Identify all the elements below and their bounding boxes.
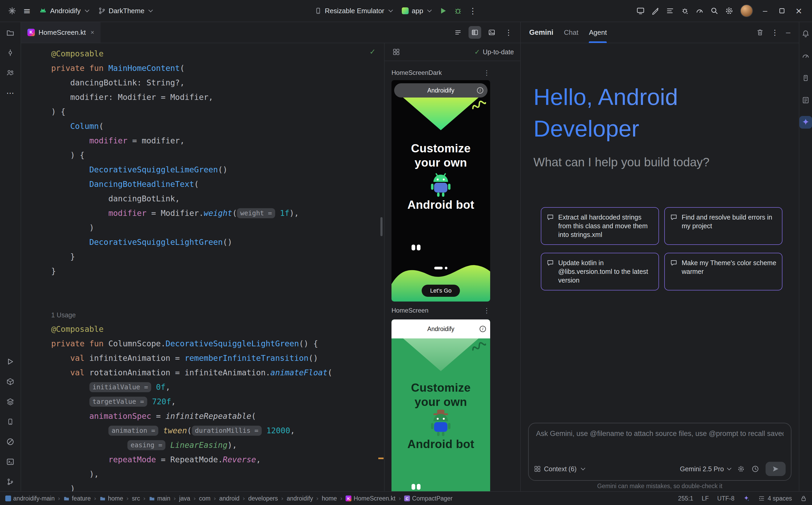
breadcrumb-item[interactable]: src xyxy=(132,495,140,502)
code-line[interactable]: modifier = modifier, xyxy=(51,133,384,148)
notifications-icon[interactable] xyxy=(800,28,811,39)
send-button[interactable] xyxy=(766,462,786,476)
gemini-prompt-input[interactable]: Ask Gemini, use @filename to attach sour… xyxy=(536,430,784,438)
code-line[interactable]: val infiniteAnimation = rememberInfinite… xyxy=(51,351,384,365)
breadcrumb-item[interactable]: developers xyxy=(248,495,278,502)
split-view-toggle[interactable] xyxy=(469,26,481,39)
window-minimize-button[interactable]: – xyxy=(757,3,773,19)
code-line[interactable]: dancingBotLink: String?, xyxy=(51,75,384,90)
tab-homescreen-kt[interactable]: K HomeScreen.kt × xyxy=(21,22,101,43)
debug-button[interactable] xyxy=(451,4,465,18)
caret-position[interactable]: 255:1 xyxy=(678,495,693,502)
resource-manager-icon[interactable] xyxy=(800,95,811,106)
code-line[interactable]: DecorativeSquiggleLimeGreen() xyxy=(51,162,384,177)
breadcrumb-item[interactable]: KHomeScreen.kt xyxy=(346,495,395,502)
breadcrumb-item[interactable]: androidify xyxy=(287,495,313,502)
code-line[interactable]: ) { xyxy=(51,148,384,162)
suggestion-card[interactable]: Update kotlin in @libs.version.toml to t… xyxy=(541,253,659,291)
gemini-tool-selected[interactable] xyxy=(799,116,812,129)
prompt-settings-icon[interactable] xyxy=(737,465,745,473)
releases-icon[interactable] xyxy=(5,396,16,407)
suggestion-card[interactable]: Extract all hardcoded strings from this … xyxy=(541,207,659,245)
code-line[interactable]: modifier: Modifier = Modifier, xyxy=(51,90,384,105)
terminal-icon[interactable] xyxy=(5,457,16,467)
breadcrumb-item[interactable]: home xyxy=(100,495,123,502)
code-line[interactable]: ) xyxy=(51,481,384,491)
preview-kebab-icon[interactable]: ⋮ xyxy=(483,307,490,314)
code-line[interactable]: ), xyxy=(51,467,384,481)
version-control-icon[interactable] xyxy=(5,477,16,487)
project-folder-icon[interactable] xyxy=(5,27,16,38)
lets-go-button[interactable]: Let's Go xyxy=(422,285,460,297)
code-assist-icon[interactable] xyxy=(649,4,662,18)
code-line[interactable]: 1 Usage xyxy=(51,307,384,322)
code-line[interactable]: DancingBotHeadlineText( xyxy=(51,177,384,191)
code-line[interactable]: easing = LinearEasing), xyxy=(51,438,384,452)
code-line[interactable]: targetValue = 720f, xyxy=(51,394,384,409)
code-line[interactable]: ) xyxy=(51,220,384,235)
code-view-toggle[interactable] xyxy=(452,26,464,39)
more-actions-button[interactable]: ⋮ xyxy=(466,4,480,18)
gemini-kebab-icon[interactable]: ⋮ xyxy=(771,28,779,37)
code-line[interactable]: private fun ColumnScope.DecorativeSquigg… xyxy=(51,336,384,351)
device-selector[interactable]: Resizable Emulator xyxy=(311,4,396,18)
window-close-button[interactable]: × xyxy=(791,3,807,19)
profiler-icon[interactable] xyxy=(693,4,706,18)
trash-icon[interactable] xyxy=(756,28,764,36)
ai-status-icon[interactable] xyxy=(743,495,750,502)
code-line[interactable]: @Composable xyxy=(51,322,384,336)
device-explorer-icon[interactable] xyxy=(800,73,811,83)
code-line[interactable] xyxy=(51,278,384,293)
code-line[interactable]: ) { xyxy=(51,105,384,119)
breadcrumb-item[interactable]: feature xyxy=(63,495,91,502)
run-config-selector[interactable]: app xyxy=(397,4,435,18)
breadcrumb-item[interactable]: com xyxy=(199,495,210,502)
history-icon[interactable] xyxy=(751,465,759,473)
preview-homescreendark[interactable]: Androidify i Customize your own xyxy=(391,80,490,302)
code-line[interactable]: } xyxy=(51,249,384,264)
preview-homescreen[interactable]: Androidify i Customize your own xyxy=(391,319,490,491)
code-line[interactable]: animation = tween(durationMillis = 12000… xyxy=(51,423,384,438)
more-tool-windows-icon[interactable]: ⋯ xyxy=(5,88,16,98)
breadcrumb-item[interactable]: androidify-main xyxy=(5,495,54,502)
main-menu-button[interactable]: ≡ xyxy=(20,4,34,18)
user-avatar[interactable] xyxy=(740,4,753,17)
breadcrumb-item[interactable]: java xyxy=(179,495,190,502)
tab-close-icon[interactable]: × xyxy=(91,29,94,36)
suggestion-card[interactable]: Make my Theme's color scheme warmer xyxy=(664,253,783,291)
code-line[interactable]: private fun MainHomeContent( xyxy=(51,61,384,75)
code-line[interactable]: initialValue = 0f, xyxy=(51,380,384,394)
code-line[interactable] xyxy=(51,293,384,307)
model-selector[interactable]: Gemini 2.5 Pro xyxy=(680,465,731,473)
design-view-toggle[interactable] xyxy=(485,26,498,39)
code-line[interactable]: modifier = Modifier.weight(weight = 1f), xyxy=(51,206,384,220)
code-line[interactable]: Column( xyxy=(51,119,384,133)
tab-agent[interactable]: Agent xyxy=(589,22,607,43)
app-insights-icon[interactable] xyxy=(678,4,692,18)
readonly-lock-icon[interactable] xyxy=(800,495,807,502)
context-selector[interactable]: Context (6) xyxy=(534,465,585,473)
emulator-tool-icon[interactable] xyxy=(5,416,16,427)
settings-button[interactable] xyxy=(722,4,736,18)
code-editor[interactable]: @Composableprivate fun MainHomeContent( … xyxy=(21,43,384,491)
editor-scrollbar-thumb[interactable] xyxy=(380,217,382,236)
code-line[interactable]: } xyxy=(51,264,384,278)
run-tool-icon[interactable] xyxy=(5,356,16,367)
project-selector[interactable]: Androidify xyxy=(35,4,93,18)
inspection-ok-icon[interactable]: ✓ xyxy=(370,47,376,56)
suggestion-card[interactable]: Find and resolve build errors in my proj… xyxy=(664,207,783,245)
gemini-prompt-box[interactable]: Ask Gemini, use @filename to attach sour… xyxy=(528,423,791,481)
device-streaming-icon[interactable] xyxy=(634,4,648,18)
code-line[interactable]: val rotationAnimation = infiniteAnimatio… xyxy=(51,365,384,380)
preview-kebab-icon[interactable]: ⋮ xyxy=(483,69,490,77)
file-encoding[interactable]: UTF-8 xyxy=(717,495,734,502)
breadcrumb-item[interactable]: android xyxy=(219,495,240,502)
code-line[interactable]: dancingBotLink, xyxy=(51,191,384,206)
logcat-icon[interactable] xyxy=(663,4,677,18)
collaborators-icon[interactable] xyxy=(5,67,16,78)
profiler-tool-icon[interactable] xyxy=(800,51,811,61)
code-line[interactable]: repeatMode = RepeatMode.Reverse, xyxy=(51,452,384,467)
hide-panel-icon[interactable]: – xyxy=(786,28,790,37)
window-maximize-button[interactable] xyxy=(774,3,790,19)
indent-setting[interactable]: 4 spaces xyxy=(758,495,792,502)
